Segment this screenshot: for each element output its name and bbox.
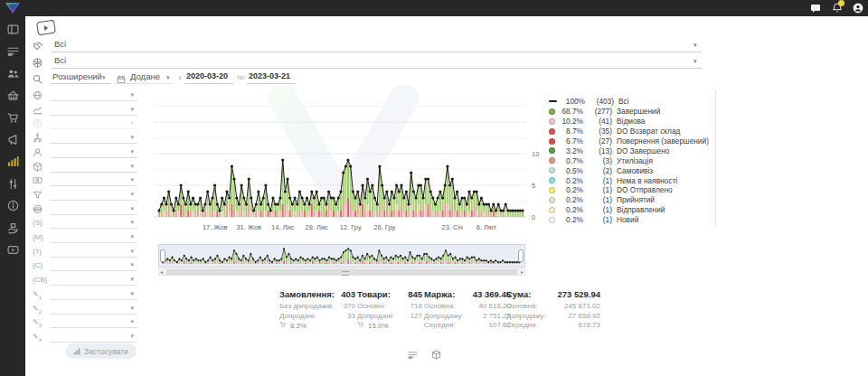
date-from-field[interactable] [184, 70, 233, 84]
chevron-down-icon[interactable]: ▾ [130, 119, 134, 127]
sidebar-item-orders[interactable] [7, 45, 19, 57]
brand-logo-icon[interactable] [5, 2, 21, 14]
chevron-down-icon[interactable]: ▾ [130, 91, 134, 99]
toggle-list-view[interactable] [408, 347, 418, 357]
search-mode-field[interactable] [51, 70, 110, 84]
funnel-icon [33, 190, 42, 200]
svg-text:6. Лют: 6. Лют [476, 223, 497, 231]
svg-text:26. Гру: 26. Гру [373, 223, 395, 231]
filter-source[interactable]: ▾ [33, 203, 141, 217]
date-field-dropdown[interactable] [115, 70, 173, 84]
legend-percent: 0.2% [555, 215, 583, 224]
navigator-left-handle[interactable] [160, 249, 165, 262]
sidebar-item-video[interactable] [7, 244, 19, 256]
sidebar-item-cart[interactable] [7, 112, 19, 124]
filter-custom-2[interactable]: ✎2 ▾ [33, 303, 141, 316]
chevron-down-icon[interactable]: ▾ [130, 176, 134, 183]
stat-value: 43 369.45 [473, 289, 511, 299]
sidebar-item-marketing[interactable] [7, 134, 19, 146]
chevron-down-icon[interactable]: ▾ [130, 290, 134, 297]
legend-item[interactable]: 0.2% (1) Відправлений [549, 205, 709, 215]
scroll-right-icon[interactable]: ▸ [521, 268, 524, 275]
chart-navigator[interactable] [158, 244, 525, 268]
filter-utm-m[interactable]: {M} ▾ [33, 231, 141, 245]
chevron-down-icon[interactable]: ▾ [693, 42, 697, 49]
legend-item[interactable]: 0.2% (1) Нема в наявності [549, 175, 709, 185]
date-from-label: з [178, 73, 181, 81]
search-icon[interactable] [33, 71, 42, 81]
filter-funnel[interactable]: ▾ [33, 189, 141, 202]
chevron-down-icon[interactable]: ▾ [130, 163, 134, 170]
stat-sub-label: Основні: [357, 302, 386, 312]
chevron-down-icon[interactable]: ▾ [130, 233, 134, 240]
filter-payment[interactable]: ▾ [33, 174, 141, 188]
sidebar-item-dashboard[interactable] [7, 24, 19, 35]
chevron-down-icon[interactable]: ▾ [130, 134, 134, 141]
toggle-product-view[interactable] [431, 347, 441, 357]
legend-label: Повернення (завершений) [617, 136, 709, 146]
filter-custom-3[interactable]: ✎3 ▾ [33, 316, 141, 330]
product-filter-field[interactable] [52, 53, 702, 69]
stat-column: Сума:273 529.94Основна:245 871.02Допрода… [506, 289, 600, 331]
chevron-down-icon[interactable]: ▾ [130, 191, 134, 198]
main-chart[interactable]: 051017. Жов31. Жов14. Лис28. Лис12. Гру2… [154, 89, 552, 235]
filter-product[interactable]: ▾ [33, 161, 141, 174]
chevron-down-icon[interactable]: ▾ [130, 148, 134, 155]
stat-sub-value: 370 [344, 302, 355, 312]
legend-item[interactable]: 0.2% (1) DO Отправлено [549, 185, 709, 195]
legend-item[interactable]: 0.2% (1) Новий [549, 215, 709, 225]
legend-item[interactable]: 0.7% (3) Утилізація [549, 155, 709, 165]
filter-input-underline [50, 257, 137, 258]
legend-label: DO Завершено [617, 146, 669, 155]
date-to-field[interactable] [247, 70, 296, 84]
sidebar-item-integrations[interactable] [7, 178, 19, 190]
filter-region[interactable]: ▾ [33, 89, 141, 103]
filter-utm-t[interactable]: {T} ▾ [33, 246, 141, 259]
filter-custom-4[interactable]: ✎4 ▾ [33, 331, 141, 344]
sidebar-item-info[interactable] [7, 200, 19, 212]
sidebar-item-store[interactable] [7, 89, 19, 101]
chevron-down-icon[interactable]: ▾ [130, 318, 134, 325]
sidebar-item-customers[interactable] [7, 68, 19, 80]
chevron-down-icon[interactable]: ▾ [130, 305, 134, 312]
filter-analytics-group[interactable]: ▾ [33, 104, 141, 118]
filter-structure[interactable]: ▾ [33, 132, 141, 146]
chevron-down-icon[interactable]: ▾ [130, 219, 134, 226]
chevron-down-icon[interactable]: ▾ [130, 106, 134, 113]
filter-input-underline [50, 342, 137, 343]
filter-custom-1[interactable]: ✎1 ▾ [33, 288, 141, 302]
video-help-icon[interactable] [36, 20, 56, 36]
legend-item[interactable]: 3.2% (13) DO Завершено [549, 146, 709, 155]
sidebar-item-analytics[interactable] [7, 155, 19, 167]
chevron-down-icon[interactable]: ▾ [130, 205, 134, 212]
legend-item[interactable]: 8.7% (35) DO Возврат склад [549, 127, 709, 136]
filter-utm-s[interactable]: {S} ▾ [33, 217, 141, 230]
apply-filters-button[interactable]: Застосувати [65, 343, 137, 359]
message-icon[interactable] [810, 3, 821, 14]
chevron-down-icon[interactable]: ▾ [130, 333, 134, 340]
legend-item[interactable]: 10.2% (41) Відмова [549, 117, 709, 127]
legend-item[interactable]: 0.2% (1) Прийнятий [549, 195, 709, 205]
package-icon [33, 55, 42, 65]
filter-utm-c[interactable]: {C} ▾ [33, 259, 141, 273]
stat-badge-percent: 15.0% [368, 322, 389, 332]
sidebar-item-loyalty[interactable] [7, 222, 19, 234]
account-icon[interactable] [853, 3, 863, 14]
chevron-down-icon[interactable]: ▾ [693, 58, 697, 65]
filter-utm-cb[interactable]: {CB} ▾ [33, 274, 141, 287]
scrollbar-thumb[interactable] [166, 269, 517, 275]
chevron-down-icon[interactable]: ▾ [130, 261, 134, 268]
category-filter-field[interactable] [52, 37, 702, 52]
bar-chart-icon [73, 348, 80, 355]
chevron-down-icon[interactable]: ▾ [130, 248, 134, 255]
legend-item[interactable]: 68.7% (277) Завершений [549, 107, 709, 117]
scroll-left-icon[interactable]: ◂ [160, 268, 163, 275]
chevron-down-icon[interactable]: ▾ [130, 276, 134, 283]
legend-item[interactable]: 6.7% (27) Повернення (завершений) [549, 136, 709, 146]
navigator-right-handle[interactable] [518, 249, 524, 262]
legend-dot-swatch [549, 108, 555, 115]
legend-item[interactable]: 100% (403) Всі [549, 97, 709, 107]
chart-scrollbar[interactable]: ◂ ▸ [158, 268, 525, 276]
filter-manager[interactable]: ▾ [33, 146, 141, 160]
legend-item[interactable]: 0.5% (2) Самовивіз [549, 165, 709, 175]
